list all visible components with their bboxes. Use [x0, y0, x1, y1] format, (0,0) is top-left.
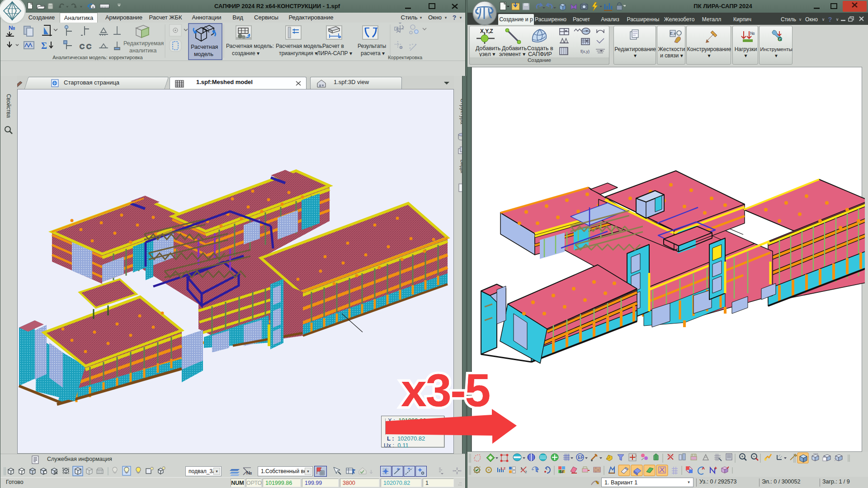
svg-text:Расчет в: Расчет в	[322, 43, 344, 49]
svg-text:Добавить: Добавить	[476, 45, 500, 52]
svg-text:C C: C C	[80, 42, 91, 50]
svg-text:E,v: E,v	[670, 31, 676, 36]
svg-text:Расчетная: Расчетная	[191, 44, 218, 50]
svg-text:САПФИР: САПФИР	[528, 51, 552, 56]
svg-text:Расчетная модель:: Расчетная модель:	[276, 43, 324, 49]
svg-text:Результаты: Результаты	[358, 43, 386, 49]
svg-text:2: 2	[525, 470, 527, 474]
svg-text:SF: SF	[559, 469, 565, 474]
svg-text:EF: EF	[578, 455, 584, 460]
svg-text:X,Y,Z: X,Y,Z	[480, 28, 493, 34]
svg-text:узел ▾: узел ▾	[479, 51, 495, 56]
svg-text:Редактируемая: Редактируемая	[123, 40, 164, 47]
svg-text:ЛИРА-САПР ▾: ЛИРА-САПР ▾	[317, 50, 352, 56]
svg-text:1,2: 1,2	[500, 466, 506, 470]
svg-text:Расчетная модель:: Расчетная модель:	[226, 43, 274, 49]
svg-text:Σ: Σ	[41, 41, 47, 51]
svg-text:элемент ▾: элемент ▾	[499, 51, 526, 56]
svg-text:модель: модель	[194, 51, 213, 57]
svg-text:Добавить: Добавить	[502, 45, 527, 52]
svg-text:G: G	[778, 36, 782, 42]
svg-text:№: №	[750, 31, 755, 36]
svg-text:Создать в: Создать в	[527, 45, 553, 52]
svg-text:f(x,y): f(x,y)	[580, 49, 590, 54]
svg-text:№: №	[246, 470, 252, 475]
svg-text:аналитика: аналитика	[129, 47, 157, 54]
svg-text:триангуляция ▾: триангуляция ▾	[279, 50, 317, 56]
svg-text:создание ▾: создание ▾	[232, 50, 259, 56]
svg-text:1: 1	[520, 466, 523, 470]
